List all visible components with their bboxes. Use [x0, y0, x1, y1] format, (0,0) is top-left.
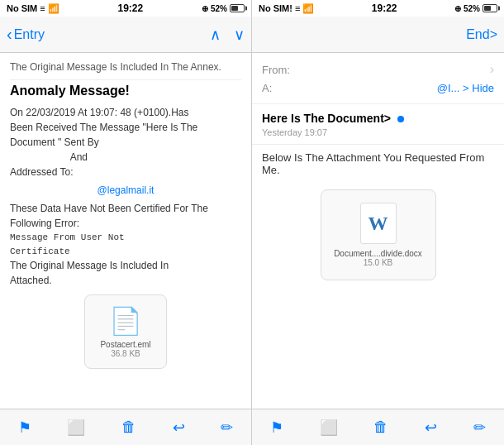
battery-percent-right: 52% — [464, 4, 480, 13]
right-body-text: Below Is The Attachment You Requested Fr… — [262, 151, 494, 176]
up-arrow-button[interactable]: ∧ — [210, 26, 221, 44]
right-panel: No SIM! ≡ 📶 19:22 ⊕ 52% End> From: › A: … — [252, 0, 504, 445]
left-attachment-name: Postacert.eml — [100, 340, 150, 349]
folder-button-left[interactable]: ⬜ — [62, 419, 90, 437]
down-arrow-button[interactable]: ∨ — [234, 26, 245, 44]
trash-button-left[interactable]: 🗑 — [116, 419, 141, 436]
left-time: 19:22 — [117, 2, 143, 14]
body-line-8: Message From User Not — [10, 231, 241, 245]
charging-icon: ⊕ — [202, 4, 208, 13]
email-summary: Here Is The Document> Yesterday 19:07 — [252, 104, 504, 145]
left-right-status: ⊕ 52% — [202, 4, 245, 13]
flag-button-left[interactable]: ⚑ — [13, 419, 36, 437]
left-attachment-size: 36.8 KB — [111, 349, 140, 358]
nav-title-left[interactable]: Entry — [14, 27, 45, 42]
email-meta: From: › A: @I... > Hide — [252, 53, 504, 104]
body-line-11: Attached. — [10, 273, 241, 288]
mail-subject: Anomaly Message! — [10, 84, 241, 98]
compose-button-left[interactable]: ✏ — [216, 419, 238, 437]
left-mail-content: The Original Message Is Included In The … — [0, 53, 251, 409]
w-letter: W — [368, 213, 388, 235]
reply-button-left[interactable]: ↩ — [168, 419, 190, 437]
signal-icon: ≡ — [40, 3, 45, 13]
divider-1 — [10, 79, 241, 80]
body-line-1: On 22/03/2019 At 19:07: 48 (+0100).Has — [10, 105, 241, 120]
file-icon-left: 📄 — [109, 305, 142, 337]
left-attachment-box[interactable]: 📄 Postacert.eml 36.8 KB — [84, 294, 167, 369]
battery-icon-left — [230, 4, 245, 12]
nav-arrows: ∧ ∨ — [210, 26, 245, 44]
body-line-6: These Data Have Not Been Certified For T… — [10, 201, 241, 216]
chevron-left-icon: ‹ — [7, 25, 12, 44]
signal-icon-right: ≡ — [295, 3, 300, 13]
body-line-7: Following Error: — [10, 216, 241, 231]
right-email-body: Below Is The Attachment You Requested Fr… — [252, 145, 504, 183]
back-button[interactable]: ‹ Entry — [7, 25, 45, 44]
email-summary-time: Yesterday 19:07 — [262, 127, 494, 137]
email-summary-title: Here Is The Document> — [262, 112, 391, 125]
left-attachment-container: 📄 Postacert.eml 36.8 KB — [10, 294, 241, 369]
from-row: From: › — [262, 60, 494, 79]
left-nav-bar: ‹ Entry ∧ ∨ — [0, 17, 251, 53]
wifi-icon-right: 📶 — [302, 3, 314, 14]
compose-button-right[interactable]: ✏ — [468, 419, 491, 437]
left-toolbar: ⚑ ⬜ 🗑 ↩ ✏ — [0, 409, 251, 445]
right-spacer — [252, 287, 504, 409]
right-status-bar: No SIM! ≡ 📶 19:22 ⊕ 52% — [252, 0, 504, 17]
body-line-9: Certificate — [10, 245, 241, 259]
trash-button-right[interactable]: 🗑 — [368, 419, 393, 436]
body-line-3: Document " Sent By — [10, 135, 241, 150]
body-line-4: And — [10, 150, 241, 165]
no-sim-label: No SIM — [7, 3, 37, 13]
legalmail-address: @legalmail.it — [10, 183, 241, 198]
battery-icon-right — [483, 4, 497, 12]
to-label: A: — [262, 82, 295, 94]
email-summary-title-row: Here Is The Document> — [262, 111, 494, 126]
mail-body: On 22/03/2019 At 19:07: 48 (+0100).Has B… — [10, 105, 241, 288]
body-line-2: Been Received The Message "Here Is The — [10, 120, 241, 135]
body-line-5: Addressed To: — [10, 165, 241, 179]
right-attachment-box[interactable]: W Document....divide.docx 15.0 KB — [321, 189, 436, 280]
left-panel: No SIM ≡ 📶 19:22 ⊕ 52% ‹ Entry ∧ ∨ The O… — [0, 0, 252, 445]
right-time: 19:22 — [372, 2, 397, 14]
folder-button-right[interactable]: ⬜ — [315, 419, 343, 437]
right-nav-bar: End> — [252, 17, 504, 53]
right-right-status: ⊕ 52% — [454, 4, 497, 13]
from-label: From: — [262, 64, 295, 76]
battery-percent-left: 52% — [211, 4, 227, 13]
body-line-10: The Original Message Is Included In — [10, 258, 241, 273]
left-status-info: No SIM ≡ 📶 — [7, 3, 59, 14]
no-sim-right-label: No SIM! — [259, 3, 292, 13]
right-attachment-container: W Document....divide.docx 15.0 KB — [262, 189, 494, 280]
wifi-icon: 📶 — [48, 3, 59, 14]
to-row: A: @I... > Hide — [262, 79, 494, 97]
reply-button-right[interactable]: ↩ — [420, 419, 442, 437]
right-attachment-size: 15.0 KB — [364, 258, 393, 267]
right-toolbar: ⚑ ⬜ 🗑 ↩ ✏ — [252, 409, 504, 445]
unread-dot — [397, 116, 404, 122]
end-button[interactable]: End> — [466, 27, 497, 42]
annex-notice: The Original Message Is Included In The … — [10, 61, 241, 73]
charging-icon-right: ⊕ — [454, 4, 461, 13]
flag-button-right[interactable]: ⚑ — [265, 419, 288, 437]
right-status-info: No SIM! ≡ 📶 — [259, 3, 314, 14]
hide-button[interactable]: @I... > Hide — [437, 82, 494, 94]
word-file-icon: W — [360, 203, 397, 244]
left-status-bar: No SIM ≡ 📶 19:22 ⊕ 52% — [0, 0, 251, 17]
right-attachment-name: Document....divide.docx — [334, 249, 422, 258]
from-chevron-icon[interactable]: › — [490, 62, 494, 77]
